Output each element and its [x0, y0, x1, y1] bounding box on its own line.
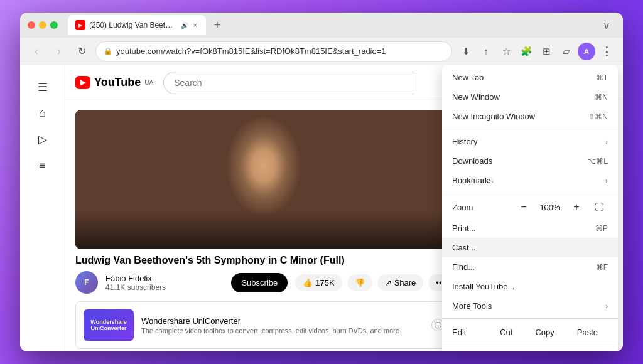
yt-logo-text: YouTube — [94, 76, 141, 89]
chrome-menu-btn[interactable]: ⋮ — [598, 43, 615, 60]
like-btn[interactable]: 👍 175K — [295, 274, 342, 291]
dislike-btn[interactable]: 👎 — [347, 274, 372, 291]
subscriptions-icon: ≡ — [39, 159, 46, 172]
menu-new-window-label: New Window — [452, 92, 595, 102]
new-tab-btn[interactable]: + — [208, 16, 226, 34]
download-btn[interactable]: ⬇ — [457, 43, 475, 60]
forward-btn[interactable]: › — [50, 43, 68, 60]
extension-btn[interactable]: 🧩 — [517, 43, 535, 60]
menu-paste-btn[interactable]: Paste — [567, 324, 608, 341]
share-label: Share — [394, 278, 416, 287]
video-actions: 👍 175K 👎 ↗ Share ••• — [295, 274, 452, 291]
menu-downloads-shortcut: ⌥⌘L — [587, 157, 608, 166]
shorts-icon: ▷ — [38, 132, 47, 146]
like-count: 175K — [315, 278, 334, 287]
menu-more-tools-label: More Tools — [452, 301, 600, 311]
zoom-in-btn[interactable]: + — [568, 198, 585, 216]
split-screen-btn[interactable]: ▱ — [558, 43, 575, 60]
chrome-menu: New Tab ⌘T New Window ⌘N New Incognito W… — [442, 65, 618, 351]
lock-icon: 🔒 — [104, 47, 112, 55]
reload-btn[interactable]: ↻ — [73, 43, 90, 60]
sidebar-home-btn[interactable]: ⌂ — [24, 102, 62, 125]
tab-more-btn[interactable]: ∨ — [598, 17, 615, 34]
more-tools-arrow-icon: › — [605, 302, 608, 311]
bookmarks-arrow-icon: › — [605, 176, 608, 185]
like-icon: 👍 — [303, 278, 313, 287]
share-btn[interactable]: ↗ Share — [377, 274, 424, 291]
ad-logo[interactable]: Wondershare UniConverter — [84, 309, 134, 341]
tab-area: (250) Ludwig Van Beethov... 🔊 × + ∨ — [68, 15, 615, 35]
menu-bookmarks[interactable]: Bookmarks › — [442, 171, 618, 190]
address-bar[interactable]: 🔒 youtube.com/watch?v=fOk8Tm815IE&list=R… — [95, 41, 452, 62]
menu-cast[interactable]: Cast... — [442, 238, 618, 257]
menu-edit-label: Edit — [452, 328, 487, 337]
channel-avatar[interactable]: F — [75, 271, 98, 294]
subscribe-btn[interactable]: Subscribe — [231, 273, 288, 292]
yt-logo[interactable]: ▶ YouTube UA — [75, 76, 153, 89]
menu-print-shortcut: ⌘P — [595, 224, 608, 233]
menu-new-incognito-label: New Incognito Window — [452, 112, 588, 121]
menu-find[interactable]: Find... ⌘F — [442, 257, 618, 277]
ad-label: UniConverter — [75, 349, 452, 351]
sidebar-shorts-btn[interactable]: ▷ — [24, 127, 62, 151]
back-btn[interactable]: ‹ — [28, 43, 45, 60]
yt-search-input[interactable] — [163, 72, 414, 94]
yt-sidebar: ☰ ⌂ ▷ ≡ — [20, 65, 65, 351]
tab-title: (250) Ludwig Van Beethov... — [89, 21, 177, 29]
zoom-value: 100% — [538, 203, 563, 212]
menu-downloads[interactable]: Downloads ⌥⌘L — [442, 151, 618, 171]
ad-brand: Wondershare UniConverter — [141, 316, 424, 326]
menu-new-incognito-shortcut: ⇧⌘N — [588, 112, 608, 121]
history-arrow-icon: › — [605, 137, 608, 146]
title-bar: (250) Ludwig Van Beethov... 🔊 × + ∨ — [20, 13, 623, 38]
active-tab[interactable]: (250) Ludwig Van Beethov... 🔊 × — [68, 15, 206, 35]
menu-divider-3 — [442, 318, 618, 319]
close-window-btn[interactable] — [28, 21, 35, 29]
zoom-controls: − 100% + ⛶ — [515, 198, 608, 216]
content-area: ☰ ⌂ ▷ ≡ ▶ YouTube UA — [20, 65, 623, 351]
video-player[interactable] — [75, 110, 452, 249]
menu-new-tab-label: New Tab — [452, 73, 596, 82]
menu-divider-4 — [442, 346, 618, 346]
menu-history[interactable]: History › — [442, 132, 618, 151]
tab-close-btn[interactable]: × — [192, 21, 198, 29]
minimize-window-btn[interactable] — [39, 21, 46, 29]
yt-logo-icon: ▶ — [75, 76, 90, 89]
ad-description: The complete video toolbox to convert, c… — [141, 327, 424, 335]
menu-bookmarks-label: Bookmarks — [452, 176, 600, 185]
extensions-list-btn[interactable]: ⊞ — [538, 43, 555, 60]
ad-content: Wondershare UniConverter The complete vi… — [141, 316, 424, 335]
tab-audio-icon: 🔊 — [181, 22, 188, 29]
sidebar-menu-btn[interactable]: ☰ — [24, 75, 62, 99]
profile-btn[interactable]: A — [578, 43, 595, 60]
maximize-window-btn[interactable] — [50, 21, 58, 29]
share-page-btn[interactable]: ↑ — [477, 43, 495, 60]
yt-country-badge: UA — [144, 79, 153, 86]
menu-print-label: Print... — [452, 223, 595, 233]
menu-cut-btn[interactable]: Cut — [490, 324, 522, 341]
menu-new-window[interactable]: New Window ⌘N — [442, 87, 618, 107]
menu-edit-row: Edit Cut Copy Paste — [442, 321, 618, 343]
menu-print[interactable]: Print... ⌘P — [442, 218, 618, 238]
menu-install-youtube[interactable]: Install YouTube... — [442, 277, 618, 296]
portrait-overlay — [75, 211, 452, 249]
menu-divider-1 — [442, 129, 618, 129]
menu-new-tab[interactable]: New Tab ⌘T — [442, 68, 618, 87]
menu-downloads-label: Downloads — [452, 156, 587, 166]
bookmark-btn[interactable]: ☆ — [497, 43, 515, 60]
mac-window: (250) Ludwig Van Beethov... 🔊 × + ∨ ‹ › … — [20, 13, 623, 351]
menu-find-label: Find... — [452, 262, 596, 272]
zoom-expand-btn[interactable]: ⛶ — [590, 198, 608, 216]
menu-new-incognito[interactable]: New Incognito Window ⇧⌘N — [442, 107, 618, 126]
nav-icons: ⬇ ↑ ☆ 🧩 ⊞ ▱ A ⋮ — [457, 43, 615, 60]
menu-cast-label: Cast... — [452, 243, 608, 252]
zoom-out-btn[interactable]: − — [515, 198, 532, 216]
channel-initial: F — [84, 278, 89, 287]
sidebar-subscriptions-btn[interactable]: ≡ — [24, 154, 62, 177]
menu-settings[interactable]: Settings ⌘, — [442, 349, 618, 351]
info-icon: ⓘ — [435, 321, 441, 330]
menu-copy-btn[interactable]: Copy — [525, 324, 564, 341]
channel-info: Fábio Fidelix 41.1K subscribers — [105, 274, 224, 292]
channel-name[interactable]: Fábio Fidelix — [105, 274, 224, 283]
menu-more-tools[interactable]: More Tools › — [442, 296, 618, 316]
